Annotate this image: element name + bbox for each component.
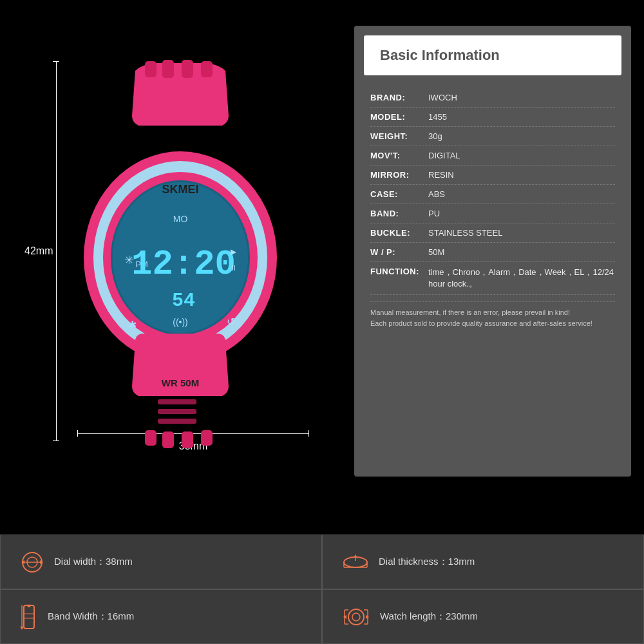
info-key-movt: MOV'T:: [370, 151, 428, 160]
info-val-function: time，Chrono，Alarm，Date，Week，EL，12/24 hou…: [428, 267, 615, 290]
info-row-function: FUNCTION: time，Chrono，Alarm，Date，Week，EL…: [370, 262, 615, 295]
svg-text:MO: MO: [173, 214, 188, 224]
svg-point-46: [352, 613, 360, 621]
info-val-weight: 30g: [428, 131, 615, 141]
info-val-brand: IWOCH: [428, 93, 615, 102]
info-key-function: FUNCTION:: [370, 267, 428, 276]
watch-area: 42mm 38mm: [13, 19, 348, 483]
dial-thickness-icon: [342, 553, 369, 571]
svg-rect-25: [182, 431, 193, 448]
info-key-brand: BRAND:: [370, 93, 428, 102]
watch-svg: SKMEI MO PM 12:20 54 ((•)) ✳ ✱ ▶: [58, 58, 303, 457]
svg-text:✱: ✱: [128, 319, 137, 330]
svg-rect-2: [182, 60, 193, 78]
svg-rect-21: [158, 409, 196, 414]
info-panel: Basic Information BRAND: IWOCH MODEL: 14…: [354, 26, 631, 477]
svg-point-45: [348, 609, 364, 625]
info-val-wp: 50M: [428, 247, 615, 257]
info-key-model: MODEL:: [370, 112, 428, 122]
info-row-band: BAND: PU: [370, 204, 615, 223]
svg-text:⏸: ⏸: [229, 263, 237, 272]
spec-dial-thickness-label: Dial thickness：13mm: [379, 556, 475, 568]
svg-text:✳: ✳: [124, 254, 134, 267]
main-area: 42mm 38mm: [0, 0, 644, 489]
info-key-mirror: MIRROR:: [370, 170, 428, 180]
svg-rect-3: [201, 61, 213, 77]
svg-text:SKMEI: SKMEI: [162, 183, 198, 196]
spec-band-width-label: Band Width：16mm: [48, 611, 134, 623]
info-key-buckle: BUCKLE:: [370, 228, 428, 238]
info-row-weight: WEIGHT: 30g: [370, 127, 615, 146]
svg-rect-39: [24, 605, 34, 629]
svg-text:↺: ↺: [227, 316, 235, 327]
spec-band-width: Band Width：16mm: [0, 589, 322, 644]
spec-dial-width-label: Dial width：38mm: [54, 556, 133, 568]
svg-rect-24: [162, 431, 174, 448]
spec-watch-length-label: Watch length：230mm: [380, 611, 478, 623]
dim-line-v: [56, 62, 57, 440]
info-header: Basic Information: [364, 35, 621, 75]
info-row-brand: BRAND: IWOCH: [370, 88, 615, 108]
svg-text:▶: ▶: [231, 247, 237, 256]
svg-text:((•)): ((•)): [173, 317, 188, 327]
specs-bar: Dial width：38mm Dial thickness：13mm: [0, 535, 644, 644]
info-row-case: CASE: ABS: [370, 185, 615, 204]
info-val-case: ABS: [428, 189, 615, 199]
svg-rect-20: [158, 399, 196, 404]
info-row-movt: MOV'T: DIGITAL: [370, 146, 615, 166]
watch-image: SKMEI MO PM 12:20 54 ((•)) ✳ ✱ ▶: [58, 58, 303, 457]
info-row-wp: W / P: 50M: [370, 243, 615, 262]
svg-rect-0: [145, 61, 156, 77]
svg-rect-23: [145, 430, 156, 446]
svg-text:12:20: 12:20: [131, 245, 236, 284]
info-note: Manual measurement, if there is an error…: [370, 301, 615, 328]
svg-text:54: 54: [172, 290, 195, 312]
info-key-weight: WEIGHT:: [370, 131, 428, 141]
info-rows: BRAND: IWOCH MODEL: 1455 WEIGHT: 30g MOV…: [354, 85, 631, 335]
svg-rect-22: [158, 419, 196, 424]
info-key-wp: W / P:: [370, 247, 428, 257]
info-val-buckle: STAINLESS STEEL: [428, 228, 615, 238]
spec-dial-thickness: Dial thickness：13mm: [322, 535, 644, 589]
spec-dial-width: Dial width：38mm: [0, 535, 322, 589]
svg-text:WR 50M: WR 50M: [162, 377, 199, 388]
info-val-model: 1455: [428, 112, 615, 122]
info-val-band: PU: [428, 209, 615, 218]
info-row-buckle: BUCKLE: STAINLESS STEEL: [370, 223, 615, 243]
svg-rect-26: [201, 430, 213, 446]
info-val-movt: DIGITAL: [428, 151, 615, 160]
dial-width-icon: [20, 550, 44, 574]
band-width-icon: [20, 604, 38, 630]
info-key-case: CASE:: [370, 189, 428, 199]
info-row-model: MODEL: 1455: [370, 108, 615, 127]
watch-length-icon: [342, 605, 370, 629]
svg-rect-1: [162, 60, 174, 78]
spec-watch-length: Watch length：230mm: [322, 589, 644, 644]
dim-cap-right: [308, 430, 309, 437]
info-row-mirror: MIRROR: RESIN: [370, 166, 615, 185]
svg-marker-44: [20, 627, 24, 630]
info-title: Basic Information: [380, 47, 605, 64]
info-val-mirror: RESIN: [428, 170, 615, 180]
info-key-band: BAND:: [370, 209, 428, 218]
dim-label-height: 42mm: [24, 245, 53, 257]
